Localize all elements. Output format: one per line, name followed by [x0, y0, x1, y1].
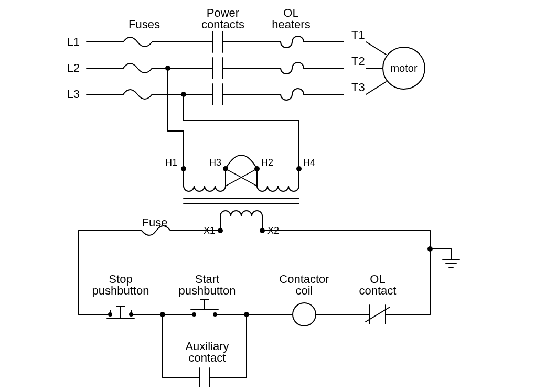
auxiliary-contact-label-2: contact	[189, 351, 226, 364]
ol-heater-l2-icon	[281, 62, 304, 74]
power-contacts-label-2: contacts	[201, 18, 244, 31]
transformer-secondary-icon	[220, 211, 262, 216]
ol-heater-l1-icon	[281, 36, 304, 48]
svg-line-4	[366, 42, 386, 55]
start-pushbutton-label-2: pushbutton	[179, 284, 236, 297]
l1-label: L1	[67, 35, 80, 48]
h1-label: H1	[165, 157, 177, 168]
t2-label: T2	[351, 55, 365, 68]
motor-label: motor	[390, 62, 417, 74]
l2-label: L2	[67, 61, 80, 74]
transformer-primary-right-icon	[257, 186, 299, 191]
ol-contact-label-2: contact	[359, 284, 397, 297]
circuit-diagram: Fuses Power contacts OL heaters L1 T1 L2	[0, 0, 535, 392]
fuse-l3-icon	[123, 90, 152, 99]
fuse-label: Fuse	[142, 216, 168, 229]
fuse-l1-icon	[123, 37, 152, 47]
fuses-label: Fuses	[129, 18, 160, 31]
ol-heater-l3-icon	[281, 89, 304, 100]
l3-label: L3	[67, 88, 80, 101]
fuse-l2-icon	[123, 63, 152, 73]
svg-line-14	[366, 82, 386, 94]
contactor-coil-icon	[293, 303, 316, 326]
h2-label: H2	[261, 157, 273, 168]
svg-point-60	[192, 313, 196, 316]
ground-icon	[443, 259, 459, 268]
t3-label: T3	[351, 81, 365, 94]
auxiliary-contact-icon	[199, 368, 210, 387]
h4-label: H4	[303, 157, 315, 168]
t1-label: T1	[351, 28, 365, 41]
svg-point-51	[109, 313, 112, 316]
h3-label: H3	[209, 157, 221, 168]
stop-pushbutton-icon	[107, 306, 134, 319]
contactor-coil-label-2: coil	[295, 284, 313, 297]
transformer-primary-left-icon	[184, 186, 226, 191]
ol-heaters-label-2: heaters	[272, 18, 310, 31]
stop-pushbutton-label-2: pushbutton	[92, 284, 149, 297]
start-pushbutton-icon	[191, 300, 218, 316]
